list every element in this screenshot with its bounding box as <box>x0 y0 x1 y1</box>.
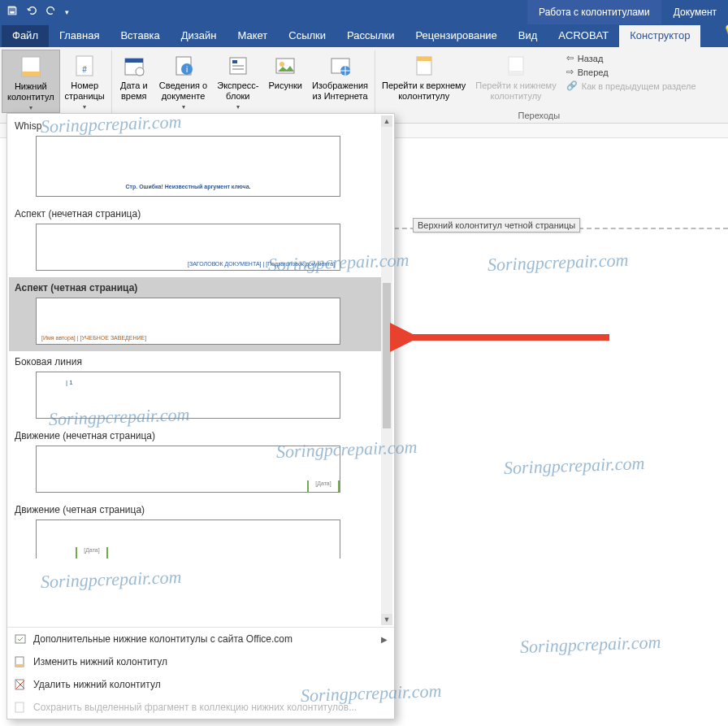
gallery-footer-menu: Дополнительные нижние колонтитулы с сайт… <box>7 627 394 719</box>
goto-footer-button: Перейти к нижнему колонтитулу <box>470 50 561 111</box>
pictures-icon <box>272 53 298 79</box>
tab-acrobat[interactable]: ACROBAT <box>548 25 619 47</box>
goto-footer-icon <box>503 53 529 79</box>
forward-button[interactable]: ⇨Вперед <box>566 67 696 77</box>
tab-view[interactable]: Вид <box>508 25 548 47</box>
gallery-item-aspect-even[interactable]: Аспект (четная страница) [Имя автора] | … <box>9 277 381 351</box>
gallery-item-whisp[interactable]: Whisp Стр. Ошибка! Неизвестный аргумент … <box>9 115 381 203</box>
scroll-thumb[interactable] <box>383 283 391 429</box>
svg-rect-1 <box>22 72 40 76</box>
svg-text:i: i <box>185 65 187 74</box>
svg-rect-19 <box>417 57 431 61</box>
footer-icon <box>18 54 44 80</box>
chevron-down-icon: ▾ <box>236 103 240 111</box>
chevron-down-icon: ▾ <box>83 103 86 111</box>
remove-footer-button[interactable]: Удалить нижний колонтитул <box>7 673 394 696</box>
svg-rect-21 <box>509 71 523 75</box>
page-number-icon: # <box>72 53 98 79</box>
tab-references[interactable]: Ссылки <box>278 25 336 47</box>
contextual-tab-headerfooter[interactable]: Работа с колонтитулами <box>526 0 661 24</box>
quick-parts-button[interactable]: Экспресс- блоки ▾ <box>212 50 263 111</box>
qat-customize-icon[interactable]: ▾ <box>65 8 69 16</box>
goto-header-label: Перейти к верхнему колонтитулу <box>382 80 466 102</box>
goto-header-button[interactable]: Перейти к верхнему колонтитулу <box>377 50 470 111</box>
chevron-down-icon: ▾ <box>182 103 185 111</box>
date-time-button[interactable]: Дата и время <box>114 50 154 111</box>
nav-small-buttons: ⇦Назад ⇨Вперед 🔗Как в предыдущем разделе <box>561 50 701 111</box>
chevron-right-icon: ▶ <box>381 635 388 644</box>
ribbon-tabs: Файл Главная Вставка Дизайн Макет Ссылки… <box>0 24 728 47</box>
scroll-up-icon[interactable]: ▲ <box>381 115 392 127</box>
pictures-label: Рисунки <box>268 80 302 91</box>
gallery-item-aspect-odd[interactable]: Аспект (нечетная страница) [ЗАГОЛОВОК ДО… <box>9 203 381 277</box>
annotation-arrow <box>390 321 618 354</box>
gallery-item-title: Аспект (четная страница) <box>13 280 377 298</box>
gallery-item-motion-even[interactable]: Движение (четная страница) [Дата] <box>9 499 381 565</box>
tab-layout[interactable]: Макет <box>227 25 278 47</box>
link-icon: 🔗 <box>566 80 578 91</box>
tell-me[interactable]: 💡 Что вы х <box>717 13 728 47</box>
gallery-item-title: Whisp <box>13 118 377 136</box>
gallery-item-title: Аспект (нечетная страница) <box>13 206 377 224</box>
back-button[interactable]: ⇦Назад <box>566 53 696 63</box>
tab-insert[interactable]: Вставка <box>110 25 170 47</box>
chevron-down-icon: ▾ <box>29 104 32 112</box>
tab-review[interactable]: Рецензирование <box>405 25 507 47</box>
page-number-label: Номер страницы <box>65 80 105 102</box>
undo-icon[interactable] <box>26 5 37 20</box>
page-number-button[interactable]: # Номер страницы ▾ <box>60 50 110 113</box>
tab-design[interactable]: Дизайн <box>171 25 228 47</box>
online-pictures-label: Изображения из Интернета <box>312 80 368 102</box>
tab-file[interactable]: Файл <box>2 25 49 47</box>
save-icon[interactable] <box>6 5 18 20</box>
svg-rect-12 <box>232 65 244 67</box>
svg-rect-11 <box>232 60 237 63</box>
ribbon: Нижний колонтитул ▾ # Номер страницы ▾ Д… <box>0 47 728 124</box>
group-headerfooter: Нижний колонтитул ▾ # Номер страницы ▾ <box>0 47 111 123</box>
watermark: Soringpcrepair.com <box>504 453 645 479</box>
header-section-tag: Верхний колонтитул четной страницы <box>413 218 580 233</box>
gallery-item-title: Движение (нечетная страница) <box>13 428 377 446</box>
gallery-thumb: [Имя автора] | [УЧЕБНОЕ ЗАВЕДЕНИЕ] <box>36 298 340 345</box>
group-nav-label: Переходы <box>375 111 702 123</box>
svg-point-6 <box>136 67 144 76</box>
gallery-thumb: Стр. Ошибка! Неизвестный аргумент ключа. <box>36 136 340 197</box>
gallery-thumb: | 1 <box>36 372 340 419</box>
goto-header-icon <box>411 53 437 79</box>
svg-text:#: # <box>82 65 87 74</box>
footer-button[interactable]: Нижний колонтитул ▾ <box>2 50 60 113</box>
gallery-item-sidebar[interactable]: Боковая линия | 1 <box>9 351 381 425</box>
date-time-label: Дата и время <box>120 80 148 102</box>
gallery-scrollbar[interactable]: ▲ ▼ <box>381 115 392 625</box>
scroll-down-icon[interactable]: ▼ <box>381 614 392 625</box>
edit-icon <box>14 655 27 668</box>
doc-info-icon: i <box>171 53 197 79</box>
edit-footer-button[interactable]: Изменить нижний колонтитул <box>7 650 394 673</box>
online-pictures-button[interactable]: Изображения из Интернета <box>307 50 373 111</box>
gallery-item-title: Боковая линия <box>13 354 377 372</box>
svg-rect-26 <box>15 702 24 712</box>
online-pictures-icon <box>327 53 353 79</box>
redo-icon[interactable] <box>46 5 57 20</box>
tab-designer[interactable]: Конструктор <box>619 25 700 47</box>
gallery-thumb: [ЗАГОЛОВОК ДОКУМЕНТА] | [Подзаголовок до… <box>36 224 340 271</box>
group-navigation: Перейти к верхнему колонтитулу Перейти к… <box>375 47 702 123</box>
footer-gallery-dropdown: Whisp Стр. Ошибка! Неизвестный аргумент … <box>6 113 395 719</box>
pictures-button[interactable]: Рисунки <box>263 50 307 111</box>
tab-mailings[interactable]: Рассылки <box>336 25 405 47</box>
tab-home[interactable]: Главная <box>49 25 110 47</box>
quick-access-toolbar: ▾ <box>0 5 69 20</box>
watermark: Soringpcrepair.com <box>520 632 661 658</box>
save-selection-icon <box>14 701 27 714</box>
doc-info-button[interactable]: i Сведения о документе ▾ <box>154 50 212 111</box>
office-icon <box>14 633 27 646</box>
gallery-item-motion-odd[interactable]: Движение (нечетная страница) [Дата] <box>9 425 381 499</box>
gallery-thumb: [Дата] <box>36 520 340 559</box>
calendar-icon <box>121 53 147 79</box>
more-from-office-button[interactable]: Дополнительные нижние колонтитулы с сайт… <box>7 628 394 650</box>
watermark: Soringpcrepair.com <box>488 250 629 276</box>
back-icon: ⇦ <box>566 53 574 63</box>
remove-icon <box>14 678 27 691</box>
svg-rect-13 <box>232 68 244 70</box>
svg-point-15 <box>280 62 284 67</box>
